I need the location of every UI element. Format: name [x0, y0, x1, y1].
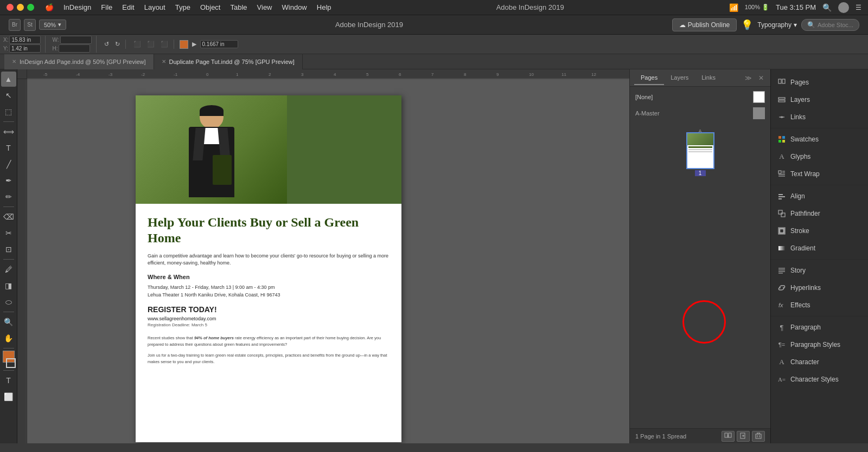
- line-tool[interactable]: ╱: [1, 157, 16, 172]
- tab-indesign-add-page[interactable]: ✕ InDesign Add Page.indd @ 50% [GPU Prev…: [4, 54, 154, 69]
- tab-close-2[interactable]: ✕: [162, 59, 166, 64]
- blend-tool[interactable]: ⬭: [1, 294, 16, 309]
- maximize-button[interactable]: [27, 4, 34, 11]
- pencil-tool[interactable]: ✏: [1, 189, 16, 204]
- minimize-button[interactable]: [17, 4, 24, 11]
- scissors-tool[interactable]: ✂: [1, 225, 16, 241]
- layout-menu[interactable]: Layout: [144, 3, 165, 11]
- text-tool[interactable]: T: [1, 140, 16, 156]
- svg-text:6: 6: [399, 72, 401, 77]
- doc-headline: Help Your Clients Buy or Sell a Green Ho…: [148, 215, 390, 246]
- canvas-area[interactable]: -5 -4 -3 -2 -1 0 1 2 3 4 5 6 7 8 9 10 11…: [17, 69, 629, 443]
- sidebar-item-story[interactable]: Story: [771, 262, 868, 279]
- sidebar-item-stroke[interactable]: Stroke: [771, 222, 868, 240]
- pen-tool[interactable]: ✒: [1, 173, 16, 188]
- page-tool[interactable]: ⬚: [1, 104, 16, 119]
- tab-duplicate-page[interactable]: ✕ Duplicate Page Tut.indd @ 75% [GPU Pre…: [154, 54, 303, 69]
- new-page-btn[interactable]: [737, 431, 750, 442]
- window-menu[interactable]: Window: [282, 3, 307, 11]
- spotlight-icon[interactable]: 🔍: [822, 3, 832, 12]
- tab-close-1[interactable]: ✕: [12, 59, 16, 64]
- rotate-ccw-btn[interactable]: ↺: [102, 40, 111, 49]
- sidebar-item-paragraph-styles[interactable]: ¶= Paragraph Styles: [771, 336, 868, 353]
- lightbulb-icon[interactable]: 💡: [741, 19, 753, 31]
- sidebar-item-character[interactable]: A Character: [771, 353, 868, 371]
- x-input[interactable]: [9, 36, 41, 44]
- publish-online-button[interactable]: ☁ Publish Online: [672, 18, 737, 31]
- sidebar-item-effects[interactable]: fx Effects: [771, 296, 868, 314]
- help-menu[interactable]: Help: [317, 3, 331, 11]
- typography-button[interactable]: Typography ▾: [757, 21, 797, 29]
- stroke-width-input[interactable]: [200, 40, 238, 48]
- svg-text:-2: -2: [141, 72, 145, 77]
- h-input[interactable]: [59, 44, 90, 53]
- sidebar-item-hyperlinks[interactable]: Hyperlinks: [771, 279, 868, 296]
- none-page-row: [None]: [630, 89, 770, 105]
- master-swatch: [753, 107, 765, 119]
- sidebar-item-glyphs[interactable]: A Glyphs: [771, 148, 868, 165]
- more-btn[interactable]: ▶: [190, 40, 199, 49]
- eye-dropper-tool[interactable]: 🖉: [1, 262, 16, 277]
- sidebar-item-gradient[interactable]: Gradient: [771, 240, 868, 257]
- sidebar-item-paragraph[interactable]: ¶ Paragraph: [771, 319, 868, 336]
- stroke-color-indicator[interactable]: [6, 358, 16, 368]
- select-tool[interactable]: ▲: [1, 72, 16, 87]
- stock-icon[interactable]: St: [24, 19, 36, 31]
- sidebar-item-links[interactable]: Links: [771, 108, 868, 126]
- gap-tool[interactable]: ⟺: [1, 124, 16, 139]
- layers-tab[interactable]: Layers: [664, 71, 695, 85]
- w-input[interactable]: [60, 36, 92, 44]
- gradient-tool[interactable]: ◨: [1, 278, 16, 293]
- svg-rect-26: [756, 434, 761, 438]
- new-spread-btn[interactable]: [722, 431, 735, 442]
- view-menu[interactable]: View: [257, 3, 272, 11]
- links-tab[interactable]: Links: [695, 71, 722, 85]
- sidebar-item-pathfinder[interactable]: Pathfinder: [771, 205, 868, 222]
- free-transform-tool[interactable]: ⊡: [1, 242, 16, 257]
- hand-tool[interactable]: ✋: [1, 331, 16, 346]
- svg-rect-54: [778, 246, 785, 250]
- distribute-btn[interactable]: ⬛: [158, 40, 170, 49]
- panel-close-btn[interactable]: ✕: [756, 73, 766, 83]
- fill-color-swatch[interactable]: [180, 40, 188, 49]
- pages-tab[interactable]: Pages: [634, 71, 664, 85]
- doc-body: Help Your Clients Buy or Sell a Green Ho…: [136, 204, 401, 380]
- doc-person-figure: [184, 101, 239, 204]
- close-button[interactable]: [7, 4, 14, 11]
- sidebar-item-swatches[interactable]: Swatches: [771, 131, 868, 148]
- panel-more-btn[interactable]: ≫: [743, 73, 754, 83]
- zoom-tool[interactable]: 🔍: [1, 314, 16, 330]
- svg-rect-47: [778, 194, 783, 195]
- align-center-btn[interactable]: ⬛: [145, 40, 157, 49]
- wifi-icon: 📶: [729, 3, 738, 12]
- type-menu[interactable]: Type: [175, 3, 190, 11]
- page-1-thumb[interactable]: [686, 132, 714, 169]
- edit-menu[interactable]: Edit: [122, 3, 134, 11]
- sidebar-item-textwrap[interactable]: Text Wrap: [771, 165, 868, 183]
- sidebar-item-layers[interactable]: Layers: [771, 91, 868, 108]
- apple-menu[interactable]: 🍎: [45, 3, 54, 11]
- y-input[interactable]: [9, 44, 41, 53]
- eraser-tool[interactable]: ⌫: [1, 209, 16, 224]
- none-label: [None]: [635, 94, 749, 100]
- file-menu[interactable]: File: [101, 3, 112, 11]
- direct-select-tool[interactable]: ↖: [1, 88, 16, 103]
- frame-tool[interactable]: ⬜: [1, 389, 16, 404]
- svg-text:0: 0: [206, 72, 209, 77]
- align-left-btn[interactable]: ⬛: [131, 40, 143, 49]
- sidebar-item-character-styles[interactable]: A= Character Styles: [771, 371, 868, 388]
- search-bar[interactable]: 🔍 Adobe Stoc...: [801, 19, 859, 31]
- menu-icon[interactable]: ☰: [856, 4, 861, 11]
- text-frame-tool[interactable]: T: [1, 373, 16, 388]
- rotate-cw-btn[interactable]: ↻: [113, 40, 122, 49]
- zoom-control[interactable]: 50% ▾: [39, 20, 66, 30]
- sidebar-item-align[interactable]: Align: [771, 188, 868, 205]
- table-menu[interactable]: Table: [230, 3, 247, 11]
- canvas-content[interactable]: Help Your Clients Buy or Sell a Green Ho…: [27, 79, 629, 443]
- sidebar-sep-3: [771, 259, 868, 260]
- sidebar-item-pages[interactable]: Pages: [771, 74, 868, 91]
- indesign-menu[interactable]: InDesign: [63, 3, 91, 11]
- bridge-icon[interactable]: Br: [9, 19, 21, 31]
- delete-page-btn[interactable]: [752, 431, 765, 442]
- object-menu[interactable]: Object: [200, 3, 221, 11]
